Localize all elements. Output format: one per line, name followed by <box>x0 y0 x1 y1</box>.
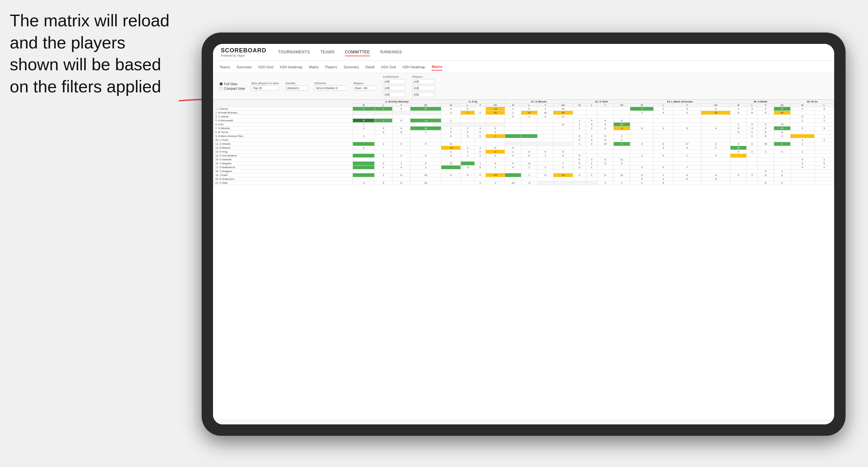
player-name: 20. E Andersson <box>213 177 353 181</box>
sub-nav-summary2[interactable]: Summary <box>344 64 359 70</box>
sub-nav-summary[interactable]: Summary <box>237 64 252 70</box>
cell <box>757 146 774 150</box>
cell <box>790 154 814 158</box>
cell: 0 <box>731 150 747 154</box>
sub-nav-matrix[interactable]: Matrix <box>309 64 319 70</box>
cell <box>790 181 814 185</box>
sub-nav-h2h-grid2[interactable]: H2H Grid <box>381 64 396 70</box>
sub-nav-h2h-heatmap2[interactable]: H2H Heatmap <box>403 64 425 70</box>
sh-dif2: Dif <box>486 104 505 107</box>
cell: 1 <box>461 154 474 158</box>
full-view-option[interactable]: Full View <box>219 82 245 86</box>
cell: 1 <box>586 162 597 165</box>
cell <box>654 115 673 119</box>
cell: 0 <box>747 123 758 126</box>
cell <box>654 123 673 126</box>
cell <box>461 123 474 126</box>
cell <box>701 123 731 126</box>
cell: 17 <box>554 115 573 119</box>
cell <box>441 138 461 142</box>
cell: 0 <box>597 173 613 177</box>
sub-nav-players[interactable]: Players <box>325 64 337 70</box>
players-select1[interactable]: (All) <box>412 79 435 84</box>
cell <box>654 158 673 162</box>
sub-nav-matrix2[interactable]: Matrix <box>432 63 442 70</box>
cell <box>475 158 486 162</box>
sh-t6: T <box>757 104 774 107</box>
cell <box>392 134 410 138</box>
player-name: 13. N Klug <box>213 150 353 154</box>
cell <box>573 169 586 173</box>
cell <box>505 130 521 134</box>
sh-w4: W <box>573 104 586 107</box>
col-header-mulcahy: 2. M Kelly Mulcahy <box>353 100 441 104</box>
cell: 0 <box>673 111 701 115</box>
sub-nav-h2h-heatmap[interactable]: H2H Heatmap <box>280 64 303 70</box>
conference-select1[interactable]: (All) <box>383 79 406 84</box>
cell <box>790 111 814 115</box>
cell <box>731 158 747 162</box>
cell <box>654 169 673 173</box>
cell: 0 <box>392 130 410 134</box>
cell <box>441 177 461 181</box>
view-radio-group: Full View Compact View <box>219 82 245 90</box>
sh-w7: W <box>790 104 814 107</box>
nav-committee[interactable]: COMMITTEE <box>345 49 370 56</box>
cell: 0 <box>573 138 586 142</box>
cell <box>774 138 790 142</box>
nav-tournaments[interactable]: TOURNAMENTS <box>278 49 310 56</box>
cell <box>597 177 613 181</box>
cell <box>410 146 441 150</box>
cell <box>586 130 597 134</box>
cell: 4 <box>505 146 521 150</box>
cell <box>630 138 654 142</box>
cell: 3 <box>747 107 758 111</box>
nav-rankings[interactable]: RANKINGS <box>380 49 402 56</box>
cell <box>731 154 747 158</box>
cell: 24 <box>774 126 790 130</box>
cell: 25 <box>731 146 747 150</box>
region-select[interactable]: East - DII West - DII (All) <box>353 86 376 91</box>
cell <box>521 134 537 138</box>
gender-select[interactable]: Women's Men's <box>285 86 308 91</box>
cell <box>505 138 521 142</box>
cell <box>353 111 375 115</box>
matrix-area[interactable]: 2. M Kelly Mulcahy 6. A Dy 11. G Woods 2… <box>213 99 834 420</box>
cell <box>573 146 586 150</box>
max-players-select[interactable]: Top 25 Top 50 All <box>251 86 279 91</box>
division-select[interactable]: NCAA Division II NCAA Division I NCAA Di… <box>314 86 347 91</box>
cell: 0 <box>630 126 654 130</box>
players-select2[interactable]: (All) <box>412 86 435 91</box>
cell <box>375 111 393 115</box>
compact-view-option[interactable]: Compact View <box>219 87 245 90</box>
table-row: 7. O Mitchell 3 0 0 18 2 2 0 2 1 <box>213 126 834 130</box>
cell: 0 <box>475 165 486 169</box>
player-name: 3. S Jelinek <box>213 115 353 119</box>
cell <box>537 142 554 146</box>
cell <box>554 138 573 142</box>
cell: 1 <box>654 107 673 111</box>
sub-nav-detail[interactable]: Detail <box>366 64 375 70</box>
cell: 1 <box>353 134 375 138</box>
cell <box>654 134 673 138</box>
sub-nav-teams[interactable]: Teams <box>219 64 230 70</box>
cell <box>375 138 393 142</box>
cell: 0 <box>757 123 774 126</box>
sub-nav-h2h-grid[interactable]: H2H Grid <box>258 64 273 70</box>
conference-select3[interactable]: (All) <box>383 92 406 97</box>
cell: -7 <box>486 134 505 138</box>
cell: 1 <box>586 134 597 138</box>
sh-t5: T <box>673 104 701 107</box>
cell: 0 <box>486 146 505 150</box>
nav-teams[interactable]: TEAMS <box>320 49 335 56</box>
cell <box>537 119 554 123</box>
cell: 2 <box>790 126 814 130</box>
cell <box>537 158 554 162</box>
conference-select2[interactable]: (All) <box>383 86 406 91</box>
players-select3[interactable]: (All) <box>412 92 435 97</box>
cell: 0 <box>673 146 701 150</box>
cell <box>475 119 486 123</box>
cell: 0 <box>757 130 774 134</box>
cell <box>613 111 630 115</box>
cell: 0 <box>630 173 654 177</box>
